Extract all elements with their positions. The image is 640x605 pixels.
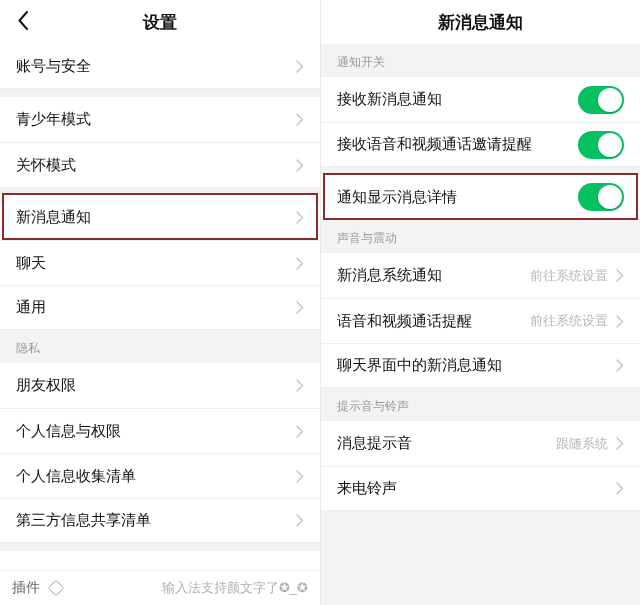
row-label: 个人信息收集清单 — [16, 467, 136, 486]
header: 新消息通知 — [321, 0, 640, 44]
row-label: 朋友权限 — [16, 376, 76, 395]
row-personal-perms[interactable]: 个人信息与权限 — [0, 408, 320, 453]
row-label: 语音和视频通话提醒 — [337, 312, 472, 331]
row-label: 账号与安全 — [16, 57, 91, 76]
diamond-icon — [48, 580, 65, 597]
chevron-right-icon — [296, 379, 304, 392]
header: 设置 — [0, 0, 320, 44]
row-label: 通知显示消息详情 — [337, 188, 457, 207]
row-label: 聊天 — [16, 254, 46, 273]
row-label: 新消息通知 — [16, 208, 91, 227]
chevron-right-icon — [296, 113, 304, 126]
row-label: 来电铃声 — [337, 479, 397, 498]
row-general[interactable]: 通用 — [0, 285, 320, 330]
toggle-receive-voip[interactable] — [578, 131, 624, 159]
chevron-right-icon — [296, 470, 304, 483]
row-label: 消息提示音 — [337, 434, 412, 453]
row-call-ring[interactable]: 来电铃声 — [321, 466, 640, 511]
notifications-panel: 新消息通知 通知开关 接收新消息通知 接收语音和视频通话邀请提醒 通知显示消息详… — [320, 0, 640, 605]
ime-tag-label: 插件 — [12, 579, 40, 597]
chevron-right-icon — [616, 482, 624, 495]
chevron-right-icon — [616, 269, 624, 282]
chevron-right-icon — [616, 437, 624, 450]
row-personal-info-list[interactable]: 个人信息收集清单 — [0, 453, 320, 498]
toggle-receive-new[interactable] — [578, 86, 624, 114]
row-label: 接收新消息通知 — [337, 90, 442, 109]
row-care-mode[interactable]: 关怀模式 — [0, 142, 320, 187]
chevron-right-icon — [296, 257, 304, 270]
row-friend-perms[interactable]: 朋友权限 — [0, 363, 320, 408]
chevron-right-icon — [616, 359, 624, 372]
row-voip-remind[interactable]: 语音和视频通话提醒 前往系统设置 — [321, 298, 640, 343]
section-sound: 声音与震动 — [321, 220, 640, 253]
chevron-right-icon — [296, 159, 304, 172]
page-title: 设置 — [143, 11, 177, 34]
row-chat[interactable]: 聊天 — [0, 240, 320, 285]
row-sys-notice[interactable]: 新消息系统通知 前往系统设置 — [321, 253, 640, 298]
back-button[interactable] — [8, 0, 38, 44]
section-tone: 提示音与铃声 — [321, 388, 640, 421]
row-msg-sound[interactable]: 消息提示音 跟随系统 — [321, 421, 640, 466]
ime-bar[interactable]: 插件 输入法支持颜文字了✪_✪ — [0, 570, 320, 605]
section-switch: 通知开关 — [321, 44, 640, 77]
row-receive-new: 接收新消息通知 — [321, 77, 640, 122]
section-privacy: 隐私 — [0, 330, 320, 363]
chevron-right-icon — [296, 514, 304, 527]
chevron-right-icon — [296, 301, 304, 314]
row-account-security[interactable]: 账号与安全 — [0, 44, 320, 89]
row-thirdparty-list[interactable]: 第三方信息共享清单 — [0, 498, 320, 543]
ime-placeholder: 输入法支持颜文字了✪_✪ — [72, 579, 308, 597]
settings-panel: 设置 账号与安全 青少年模式 关怀模式 新消息通知 聊天 通 — [0, 0, 320, 605]
chevron-right-icon — [616, 315, 624, 328]
row-sublabel: 前往系统设置 — [530, 267, 608, 285]
chevron-right-icon — [296, 211, 304, 224]
page-title: 新消息通知 — [438, 11, 523, 34]
row-label: 第三方信息共享清单 — [16, 511, 151, 530]
chevron-left-icon — [18, 11, 29, 34]
row-sublabel: 跟随系统 — [556, 435, 608, 453]
row-label: 个人信息与权限 — [16, 422, 121, 441]
row-label: 聊天界面中的新消息通知 — [337, 356, 502, 375]
row-receive-voip: 接收语音和视频通话邀请提醒 — [321, 122, 640, 167]
row-label: 青少年模式 — [16, 110, 91, 129]
row-sublabel: 前往系统设置 — [530, 312, 608, 330]
chevron-right-icon — [296, 425, 304, 438]
row-youth-mode[interactable]: 青少年模式 — [0, 97, 320, 142]
row-in-chat[interactable]: 聊天界面中的新消息通知 — [321, 343, 640, 388]
row-show-detail: 通知显示消息详情 — [321, 175, 640, 220]
row-label: 通用 — [16, 298, 46, 317]
chevron-right-icon — [296, 60, 304, 73]
row-label: 接收语音和视频通话邀请提醒 — [337, 135, 532, 154]
row-new-message[interactable]: 新消息通知 — [0, 195, 320, 240]
toggle-show-detail[interactable] — [578, 183, 624, 211]
row-label: 新消息系统通知 — [337, 266, 442, 285]
row-label: 关怀模式 — [16, 156, 76, 175]
